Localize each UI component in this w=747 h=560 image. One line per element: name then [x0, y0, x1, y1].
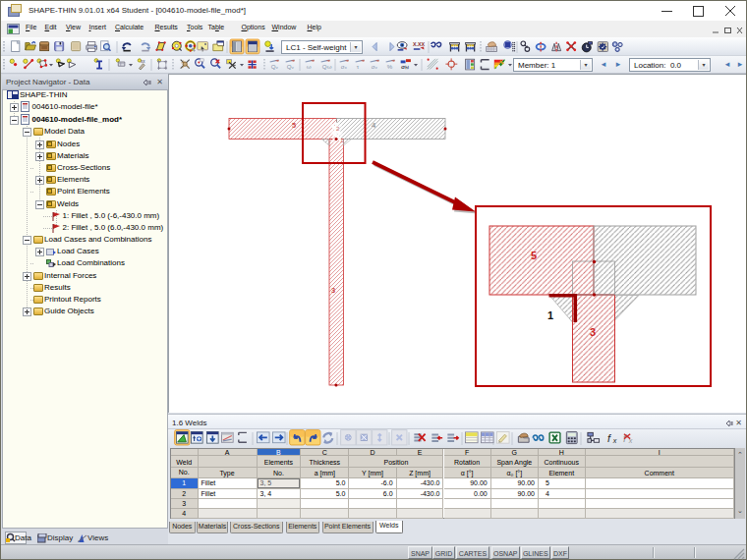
svg-text:1: 1 [547, 309, 553, 321]
svg-text:3: 3 [590, 326, 596, 338]
svg-text:3: 3 [331, 286, 335, 295]
svg-text:Qᵥ: Qᵥ [271, 63, 279, 70]
svg-text:σᵥ: σᵥ [372, 63, 378, 70]
svg-text:τ: τ [357, 63, 360, 70]
svg-text:ω: ω [307, 63, 312, 70]
svg-text:5: 5 [292, 121, 296, 130]
svg-text:xx: xx [141, 59, 145, 64]
svg-text:%: % [387, 63, 393, 70]
svg-text:X.XX: X.XX [413, 41, 426, 47]
svg-text:σₓ: σₓ [341, 63, 347, 70]
svg-text:Qω: Qω [322, 63, 332, 70]
svg-text:Qᵥ: Qᵥ [287, 63, 295, 70]
svg-text:f: f [607, 432, 611, 444]
svg-text:σₕₗ: σₕₗ [401, 63, 409, 70]
svg-text:5: 5 [531, 250, 537, 261]
svg-text:x: x [612, 436, 617, 445]
